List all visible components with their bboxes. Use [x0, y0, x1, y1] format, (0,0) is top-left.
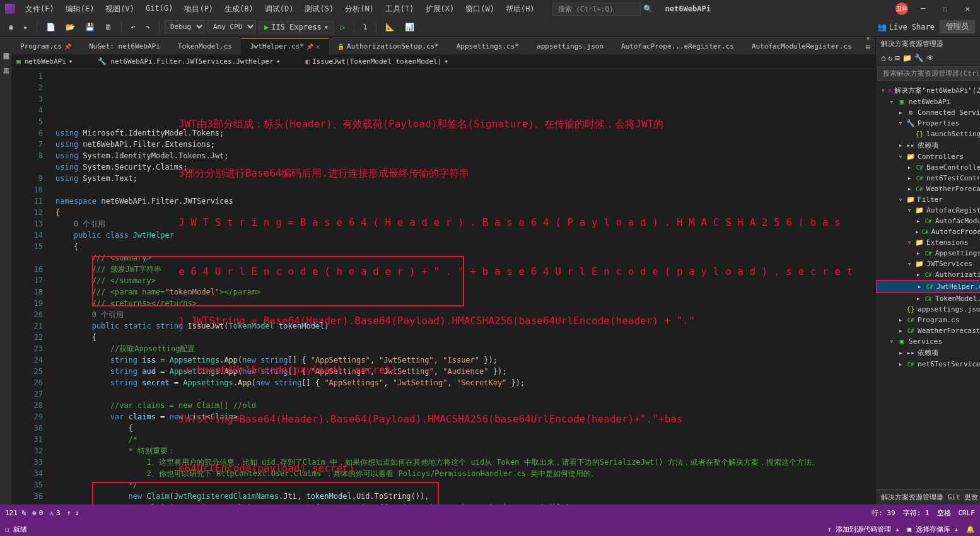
file-tab[interactable]: NuGet: net6WebAPi [80, 38, 169, 54]
run-button[interactable]: ▶IIS Express▾ [259, 21, 334, 33]
tool-icon[interactable]: 📊 [401, 21, 418, 33]
properties-icon[interactable]: 🔧 [914, 54, 924, 62]
menu-item[interactable]: Git(G) [141, 1, 178, 17]
titlebar: 文件(F)编辑(E)视图(V)Git(G)项目(P)生成(B)调试(D)测试(S… [0, 0, 980, 18]
tree-item[interactable]: ▸⚙Connected Services [876, 107, 980, 118]
solution-search[interactable]: 搜索解决方案资源管理器(Ctrl+;)🔍 [877, 66, 980, 81]
tree-item[interactable]: ▿📁Extensions [876, 237, 980, 248]
file-tab[interactable]: appsettings.json [528, 38, 612, 54]
menu-item[interactable]: 分析(N) [340, 1, 379, 17]
menu-item[interactable]: 编辑(E) [61, 1, 100, 17]
zoom-level[interactable]: 121 % [5, 509, 26, 517]
tree-item[interactable]: ▸▸▸依赖项 [876, 139, 980, 151]
tree-item[interactable]: ▿📁Filter [876, 194, 980, 205]
new-icon[interactable]: 📄 [42, 21, 59, 33]
menu-item[interactable]: 工具(T) [380, 1, 419, 17]
file-tab[interactable]: AutofacPrope...eRegister.cs [612, 38, 743, 54]
tree-item[interactable]: ▸C#AutofacModuleRegister.cs [876, 216, 980, 226]
file-tab[interactable]: TokenModel.cs [169, 38, 241, 54]
solution-root[interactable]: ▿▣解决方案"net6WebAPi"(2 个项目，共 2 个) [876, 84, 980, 96]
tool-icon[interactable]: 📐 [382, 21, 399, 33]
tree-item[interactable]: ▸C#WeatherForecast.cs [876, 325, 980, 336]
tree-item[interactable]: ▿🔧Properties [876, 118, 980, 129]
code-editor[interactable]: 1234567891011121314151617181920212223242… [11, 69, 875, 504]
tree-item[interactable]: ▿▣Services [876, 336, 980, 347]
panel-footer-tabs[interactable]: 解决方案资源管理器 Git 更改 [876, 489, 980, 504]
repo-select[interactable]: ▣ 选择存储库 ▴ [907, 525, 959, 534]
open-icon[interactable]: 📂 [62, 21, 79, 33]
save-icon[interactable]: 💾 [81, 21, 98, 33]
error-count[interactable]: ⊗ 0 [32, 509, 43, 517]
source-control[interactable]: ↑ 添加到源代码管理 ▴ [827, 525, 900, 534]
tree-item[interactable]: ▿📁Controllers [876, 151, 980, 162]
tree-item[interactable]: ▸C#AuthorizationSetup.cs [876, 269, 980, 280]
warning-count[interactable]: ⚠ 3 [49, 509, 60, 517]
solution-tree[interactable]: ▿▣解决方案"net6WebAPi"(2 个项目，共 2 个) ▿▣net6We… [876, 82, 980, 489]
close-icon[interactable]: ✕ [960, 2, 975, 16]
redo-icon[interactable]: ↷ [142, 21, 154, 33]
file-tab[interactable]: JwtHelper.cs*📌✕ [241, 38, 329, 54]
minimize-icon[interactable]: ─ [916, 2, 930, 16]
undo-icon[interactable]: ↶ [127, 21, 139, 33]
menu-item[interactable]: 帮助(H) [501, 1, 540, 17]
home-icon[interactable]: ⌂ [881, 54, 885, 62]
search-box[interactable]: 搜索 (Ctrl+;Q) [552, 3, 641, 16]
user-avatar[interactable]: 卫科 [895, 3, 908, 15]
breadcrumb-method[interactable]: IssueJwt(TokenModel tokenModel) [310, 57, 444, 66]
tree-item[interactable]: {}appsettings.json [876, 304, 980, 315]
saveall-icon[interactable]: 🗎 [101, 21, 116, 33]
config-dropdown[interactable]: Debug [165, 20, 205, 33]
tree-item[interactable]: ▿▣net6WebAPi [876, 96, 980, 107]
tree-item[interactable]: ▸C#AutofacPropertityModuleRegister.cs [876, 226, 980, 237]
platform-dropdown[interactable]: Any CPU [207, 20, 256, 33]
toolbox-tab[interactable]: 工具箱 [0, 58, 11, 68]
tree-item[interactable]: ▸C#BaseController.cs [876, 162, 980, 173]
char-indicator[interactable]: 字符: 1 [903, 508, 930, 518]
tree-item[interactable]: ▸▸▸依赖项 [876, 347, 980, 359]
tree-item[interactable]: ▿📁JWTServices [876, 259, 980, 269]
start-no-debug-icon[interactable]: ▷ [337, 21, 349, 33]
tree-item[interactable]: ▸C#net6TestServices.cs [876, 359, 980, 370]
nav-fwd-icon[interactable]: ▸ [20, 21, 32, 33]
indent-indicator[interactable]: 空格 [937, 508, 951, 518]
notifications-icon[interactable]: 🔔 [966, 525, 975, 533]
breadcrumb-project[interactable]: net6WebAPi [22, 57, 69, 66]
menu-item[interactable]: 窗口(W) [460, 1, 499, 17]
maximize-icon[interactable]: ☐ [938, 2, 953, 16]
tree-item[interactable]: ▸C#WeatherForecastController.cs [876, 184, 980, 194]
tree-item[interactable]: ▿📁AutofacRegister [876, 205, 980, 216]
file-tab[interactable]: Appsettings.cs* [448, 38, 528, 54]
live-share-button[interactable]: 👥 Live Share [877, 23, 935, 32]
menu-item[interactable]: 测试(S) [300, 1, 339, 17]
tree-item[interactable]: {}launchSettings.json [876, 129, 980, 139]
code-content[interactable]: JWT由3部分组成：标头(Header)、有效载荷(Payload)和签名(Si… [55, 69, 875, 504]
search-icon[interactable]: 🔍 [643, 4, 653, 13]
tree-item[interactable]: ▸C#Program.cs [876, 315, 980, 325]
file-tab[interactable]: Program.cs📌 [11, 38, 80, 54]
menu-item[interactable]: 生成(B) [219, 1, 259, 17]
nav-back-icon[interactable]: ◉ [5, 21, 17, 33]
menu-item[interactable]: 文件(F) [20, 1, 59, 17]
file-tab[interactable]: 🔒AuthorizationSetup.cs* [329, 38, 448, 54]
menu-item[interactable]: 扩展(X) [421, 1, 460, 17]
file-tab[interactable]: AutofacModuleRegister.cs [743, 38, 861, 54]
line-indicator[interactable]: 行: 39 [872, 508, 895, 518]
menu-item[interactable]: 视图(V) [100, 1, 139, 17]
tree-item[interactable]: ▸C#net6TestController.cs [876, 173, 980, 184]
tree-item[interactable]: ▸C#TokenModel.cs [876, 293, 980, 304]
menu-item[interactable]: 调试(D) [260, 1, 299, 17]
collapse-icon[interactable]: ⊟ [895, 54, 900, 62]
tree-item[interactable]: ▸C#JwtHelper.cs [876, 280, 980, 293]
tree-item[interactable]: ▸C#Appsettings.cs [876, 248, 980, 259]
breadcrumb-namespace[interactable]: net6WebAPi.Filter.JWTServices.JwtHelper [108, 57, 276, 66]
preview-icon[interactable]: 👁 [926, 54, 934, 62]
eol-indicator[interactable]: CRLF [959, 509, 976, 517]
tab-overflow-icon[interactable]: ▾ ⊞ [861, 37, 875, 54]
step-icon[interactable]: ⤵ [359, 21, 371, 33]
refresh-icon[interactable]: ↻ [888, 54, 892, 62]
show-all-icon[interactable]: 📁 [902, 54, 912, 62]
menu-item[interactable]: 项目(P) [179, 1, 218, 17]
ready-status: ☐ 就绪 [5, 525, 27, 534]
breadcrumb[interactable]: ▣ net6WebAPi ▾ 🔧 net6WebAPi.Filter.JWTSe… [11, 54, 875, 69]
server-explorer-tab[interactable]: 服务器资源管理器 [0, 43, 11, 53]
